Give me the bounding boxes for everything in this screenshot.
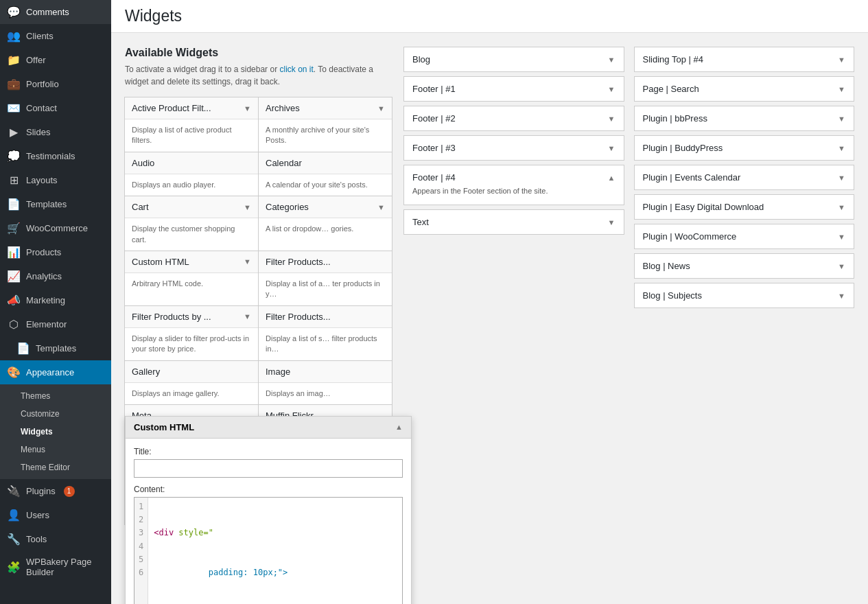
sidebar-item-comments[interactable]: 💬 Comments [0,0,111,24]
widget-gallery-desc: Displays an image gallery. [125,383,258,404]
sidebar-area-footer2-name: Footer | #2 [412,113,456,124]
sidebar-label-slides: Slides [26,127,50,137]
widget-filter-products-header[interactable]: Filter Products... [259,251,392,273]
chevron-down-icon: ▼ [377,203,385,211]
sidebar-item-contact[interactable]: ✉️ Contact [0,96,111,120]
chevron-down-icon: ▼ [838,174,845,182]
wpbakery-icon: 🧩 [7,561,21,574]
sidebar-area-footer2[interactable]: Footer | #2 ▼ [403,106,624,131]
sidebar-item-marketing[interactable]: 📣 Marketing [0,288,111,312]
sidebar-label-woocommerce: WooCommerce [26,223,88,233]
available-widgets-panel: Available Widgets To activate a widget d… [125,47,392,525]
sidebar-area-footer3-name: Footer | #3 [412,143,456,153]
widget-filter-products: Filter Products... Display a list of a… … [258,251,392,306]
widget-filter-products-by-name: Filter Products by ... [132,312,211,322]
sidebar-area-sliding-top4[interactable]: Sliding Top | #4 ▼ [634,47,855,72]
sidebar-label-elementor-templates: Templates [36,343,76,353]
title-field-input[interactable] [134,459,403,478]
widget-categories: Categories ▼ A list or dropdow… gories. [258,196,392,251]
sidebar-area-footer1-name: Footer | #1 [412,84,456,94]
sidebar-area-footer1[interactable]: Footer | #1 ▼ [403,76,624,102]
sidebar-area-blog[interactable]: Blog ▼ [403,47,624,72]
sidebar-item-products[interactable]: 📊 Products [0,240,111,264]
chevron-down-icon: ▼ [838,85,845,93]
left-sidebar-col: Blog ▼ Footer | #1 ▼ Footer | #2 ▼ Foote… [403,47,624,308]
sidebar-item-offer[interactable]: 📁 Offer [0,48,111,72]
sidebar-label-comments: Comments [26,7,69,17]
sidebar-sub-theme-editor[interactable]: Theme Editor [0,458,111,476]
sidebar-area-plugin-easy-digital[interactable]: Plugin | Easy Digital Download ▼ [634,194,855,220]
sidebar-area-plugin-events-calendar[interactable]: Plugin | Events Calendar ▼ [634,165,855,190]
widget-gallery: Gallery Displays an image gallery. [124,360,259,405]
sidebar-item-wpbakery[interactable]: 🧩 WPBakery Page Builder [0,551,111,583]
sidebar: 💬 Comments 👥 Clients 📁 Offer 💼 Portfolio… [0,0,111,604]
sidebar-item-slides[interactable]: ▶ Slides [0,120,111,144]
widget-cart-header[interactable]: Cart ▼ [125,196,258,218]
widget-active-product-filt-header[interactable]: Active Product Filt... ▼ [125,97,258,119]
widget-archives-header[interactable]: Archives ▼ [259,97,392,119]
widget-image-header[interactable]: Image [259,361,392,383]
sidebar-area-blog-name: Blog [412,54,430,65]
sidebar-label-testimonials: Testimonials [26,151,75,161]
sidebar-area-plugin-buddypress[interactable]: Plugin | BuddyPress ▼ [634,135,855,161]
sidebar-area-footer3[interactable]: Footer | #3 ▼ [403,135,624,161]
sidebar-sub-themes[interactable]: Themes [0,387,111,405]
widget-audio-desc: Displays an audio player. [125,174,258,196]
chevron-down-icon: ▼ [838,292,845,300]
sidebar-area-blog-subjects[interactable]: Blog | Subjects ▼ [634,283,855,308]
templates-icon: 📄 [7,198,21,211]
sidebar-area-plugin-woocommerce-name: Plugin | WooCommerce [643,231,737,242]
sidebar-item-users[interactable]: 👤 Users [0,503,111,527]
widget-filter-products-by-header[interactable]: Filter Products by ... ▼ [125,306,258,328]
sidebar-item-testimonials[interactable]: 💭 Testimonials [0,144,111,168]
sidebar-area-footer4: Footer | #4 ▲ Appears in the Footer sect… [403,165,624,205]
sidebar-label-elementor: Elementor [26,319,67,329]
widget-image-desc: Displays an imag… [259,383,392,404]
custom-html-popup-body: Title: Content: 1 2 3 4 [126,439,411,604]
widget-image-name: Image [266,367,290,377]
sidebar-item-layouts[interactable]: ⊞ Layouts [0,168,111,192]
sidebar-area-plugin-bbpress[interactable]: Plugin | bbPress ▼ [634,106,855,131]
sidebar-area-blog-news[interactable]: Blog | News ▼ [634,253,855,279]
widget-cart: Cart ▼ Display the customer shopping car… [124,196,259,251]
widget-calendar: Calendar A calendar of your site's posts… [258,152,392,196]
sidebar-item-clients[interactable]: 👥 Clients [0,24,111,48]
widget-filter-products-by: Filter Products by ... ▼ Display a slide… [124,305,259,361]
sidebar-item-portfolio[interactable]: 💼 Portfolio [0,72,111,96]
sidebar-area-plugin-buddypress-name: Plugin | BuddyPress [643,143,723,153]
sidebar-item-templates[interactable]: 📄 Templates [0,192,111,216]
sidebar-item-plugins[interactable]: 🔌 Plugins 1 [0,479,111,503]
sidebar-area-text-widget[interactable]: Text ▼ [403,209,624,235]
sidebar-item-tools[interactable]: 🔧 Tools [0,527,111,551]
sidebar-sub-widgets[interactable]: Widgets [0,423,111,441]
widget-filter-products2-header[interactable]: Filter Products... [259,306,392,328]
code-editor[interactable]: 1 2 3 4 5 6 <div style=" [134,497,403,604]
sidebar-item-appearance[interactable]: 🎨 Appearance [0,360,111,384]
sidebar-item-elementor-templates[interactable]: 📄 Templates [0,336,111,360]
right-sidebar-col: Sliding Top | #4 ▼ Page | Search ▼ Plugi… [634,47,855,308]
widget-audio-header[interactable]: Audio [125,152,258,174]
click-on-it-link[interactable]: click on it [279,65,313,74]
sidebar-area-footer4-header[interactable]: Footer | #4 ▲ [412,172,615,183]
sidebar-sub-menus[interactable]: Menus [0,441,111,458]
widget-gallery-header[interactable]: Gallery [125,361,258,383]
chevron-down-icon: ▼ [838,144,845,152]
widget-calendar-header[interactable]: Calendar [259,152,392,174]
sidebar-item-woocommerce[interactable]: 🛒 WooCommerce [0,216,111,240]
sidebar-area-plugin-woocommerce[interactable]: Plugin | WooCommerce ▼ [634,224,855,249]
plugins-icon: 🔌 [7,485,21,498]
sidebar-sub-customize[interactable]: Customize [0,405,111,423]
sidebar-area-page-search[interactable]: Page | Search ▼ [634,76,855,102]
widget-custom-html-header[interactable]: Custom HTML ▼ [125,251,258,273]
widget-cart-name: Cart [132,202,149,212]
sidebar-label-tools: Tools [26,534,47,544]
sidebar-item-elementor[interactable]: ⬡ Elementor [0,312,111,336]
chevron-up-icon: ▲ [608,174,615,182]
portfolio-icon: 💼 [7,78,21,91]
sidebar-item-analytics[interactable]: 📈 Analytics [0,264,111,288]
widget-archives-desc: A monthly archive of your site's Posts. [259,119,392,152]
chevron-down-icon: ▼ [608,115,615,123]
widget-categories-header[interactable]: Categories ▼ [259,196,392,218]
chevron-down-icon: ▼ [244,104,251,113]
widget-active-product-filt-desc: Display a list of active product filters… [125,119,258,152]
